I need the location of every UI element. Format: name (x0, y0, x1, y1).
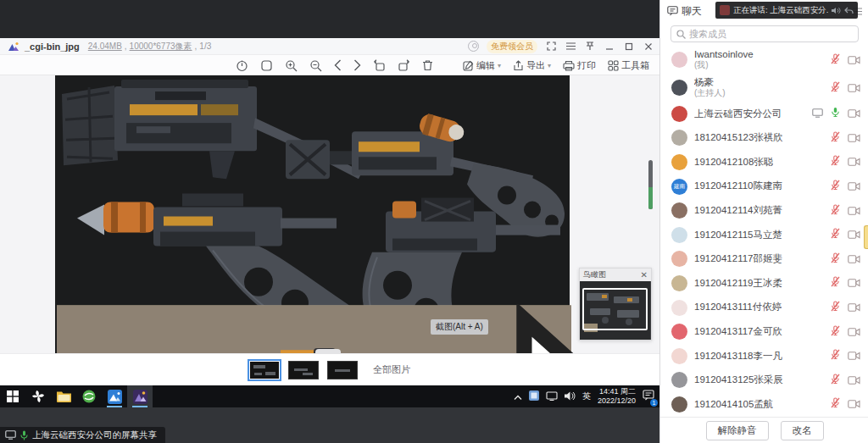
camera-icon[interactable] (848, 130, 860, 146)
member-row[interactable]: 19120412115马立楚 (660, 223, 868, 247)
tray-expand-icon[interactable] (514, 389, 522, 404)
mic-muted-icon[interactable] (831, 203, 840, 219)
mic-muted-icon[interactable] (831, 324, 840, 340)
blue-photo-viewer-icon[interactable] (102, 385, 127, 407)
camera-icon[interactable] (848, 179, 860, 194)
ime-language-indicator[interactable]: 英 (582, 390, 591, 402)
mic-muted-icon[interactable] (831, 154, 840, 169)
birdseye-viewport[interactable] (582, 288, 648, 330)
taskbar-clock[interactable]: 14:41 周二2022/12/20 (598, 387, 636, 407)
birdseye-preview[interactable] (580, 281, 651, 340)
camera-icon[interactable] (848, 80, 860, 96)
camera-icon[interactable] (848, 227, 860, 242)
member-search-box[interactable] (670, 25, 859, 42)
filmstrip-thumbnail-3[interactable] (327, 361, 358, 379)
camera-icon[interactable] (848, 324, 860, 340)
mic-muted-icon[interactable] (831, 80, 840, 96)
print-button[interactable]: 打印 (563, 59, 596, 72)
image-canvas[interactable]: 截图(Alt + A) (55, 75, 570, 353)
volume-icon[interactable] (565, 389, 576, 404)
minimize-icon[interactable] (604, 41, 615, 53)
birdseye-close-icon[interactable]: ✕ (641, 271, 648, 280)
member-row[interactable]: 18120415123张祺欣 (660, 126, 868, 151)
mic-muted-icon[interactable] (831, 396, 840, 412)
next-image-icon[interactable] (353, 59, 361, 71)
member-row[interactable]: 19120413125张采辰 (660, 368, 868, 393)
member-row[interactable]: Iwantsoinlove (我) (660, 46, 868, 74)
viewer-scrollbar[interactable] (648, 160, 653, 209)
mic-muted-icon[interactable] (831, 348, 840, 363)
network-icon[interactable] (546, 389, 558, 404)
previous-image-icon[interactable] (334, 59, 342, 71)
pin-icon[interactable] (584, 41, 596, 53)
delete-icon[interactable] (422, 59, 433, 71)
camera-icon[interactable] (848, 53, 860, 68)
camera-icon[interactable] (848, 154, 860, 169)
mic-muted-icon[interactable] (831, 179, 840, 194)
mic-muted-icon[interactable] (831, 130, 840, 146)
camera-icon[interactable] (848, 396, 860, 412)
birdseye-panel: 鸟瞰图 ✕ (579, 268, 652, 341)
green-browser-icon[interactable] (76, 385, 102, 407)
rotate-left-icon[interactable] (373, 59, 386, 71)
all-images-label[interactable]: 全部图片 (373, 363, 410, 376)
tray-app-icon[interactable] (529, 389, 539, 404)
filmstrip-thumbnail-1[interactable] (249, 361, 280, 379)
camera-icon[interactable] (848, 348, 860, 363)
member-search-input[interactable] (689, 29, 853, 39)
screen-share-banner[interactable]: 上海云础西安分公司的屏幕共享 (0, 427, 165, 443)
mic-muted-icon[interactable] (831, 300, 840, 315)
mic-muted-icon[interactable] (831, 227, 840, 242)
member-row[interactable]: 19120412119王冰柔 (660, 271, 868, 296)
camera-icon[interactable] (848, 203, 860, 219)
mic-active-icon[interactable] (831, 106, 840, 121)
zoom-out-icon[interactable] (309, 59, 322, 72)
maximize-icon[interactable] (623, 41, 635, 53)
account-avatar-icon[interactable] (468, 41, 479, 52)
camera-icon[interactable] (848, 300, 860, 315)
filmstrip-thumbnail-2[interactable] (288, 361, 319, 379)
zoom-in-icon[interactable] (285, 59, 298, 72)
mic-muted-icon[interactable] (831, 275, 840, 291)
member-name: 19120412114刘苑菁 (694, 205, 782, 216)
mic-muted-icon[interactable] (831, 53, 840, 68)
hand-tool-icon[interactable] (236, 59, 248, 72)
tab-chat[interactable]: 聊天 (667, 4, 702, 19)
vip-promo-link[interactable]: 免费领会员 (487, 40, 537, 53)
close-icon[interactable] (643, 41, 654, 53)
unmute-button[interactable]: 解除静音 (706, 421, 769, 440)
mic-muted-icon[interactable] (831, 252, 840, 267)
fullscreen-icon[interactable] (545, 41, 557, 53)
file-size[interactable]: 24.04MB (88, 42, 122, 51)
mic-muted-icon[interactable] (831, 373, 840, 388)
camera-icon[interactable] (848, 373, 860, 388)
fit-screen-icon[interactable] (260, 59, 273, 72)
toolbox-button[interactable]: 工具箱 (608, 59, 649, 72)
filmstrip-handle[interactable] (315, 349, 341, 354)
notification-center-icon[interactable]: 1 (643, 389, 654, 404)
member-row[interactable]: 19120413111付依婷 (660, 296, 868, 320)
rotate-right-icon[interactable] (398, 59, 410, 71)
camera-icon[interactable] (848, 252, 860, 267)
file-explorer-icon[interactable] (51, 385, 76, 407)
file-dimensions[interactable]: 10000*6773像素 (130, 41, 192, 53)
export-menu[interactable]: 导出▾ (513, 59, 551, 72)
member-row[interactable]: 19120412108张聪 (660, 150, 868, 174)
pinwheel-app-icon[interactable] (25, 385, 51, 407)
menu-icon[interactable] (565, 41, 576, 53)
member-row[interactable]: 19120412117邵姬斐 (660, 247, 868, 272)
edit-menu[interactable]: 编辑▾ (463, 59, 501, 72)
reply-arrow-icon[interactable] (844, 7, 854, 14)
member-row[interactable]: 19120414105孟航 (660, 392, 868, 417)
camera-icon[interactable] (848, 275, 860, 291)
rename-button[interactable]: 改名 (781, 421, 824, 440)
member-row[interactable]: 19120413117金可欣 (660, 319, 868, 344)
member-row[interactable]: 19120412114刘苑菁 (660, 198, 868, 223)
start-button-icon[interactable] (0, 385, 25, 407)
member-row[interactable]: 上海云础西安分公司 (660, 102, 868, 126)
photos-app-icon[interactable] (127, 385, 153, 407)
member-row[interactable]: 杨豪 (主持人) (660, 74, 868, 102)
camera-icon[interactable] (848, 106, 860, 121)
member-row[interactable]: 建南 19120412110陈建南 (660, 174, 868, 199)
member-row[interactable]: 19120413118李一凡 (660, 344, 868, 368)
